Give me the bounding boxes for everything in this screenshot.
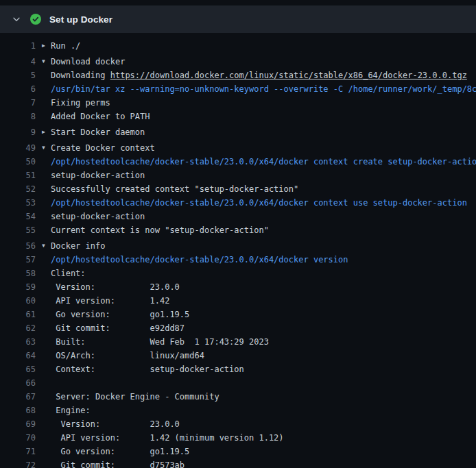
icon-spacer — [42, 280, 51, 294]
log-text: /opt/hostedtoolcache/docker-stable/23.0.… — [51, 155, 476, 169]
log-text: Engine: — [51, 404, 476, 417]
line-number[interactable]: 8 — [0, 110, 36, 123]
log-text-segment: Git commit: e92dd87 — [51, 323, 185, 333]
line-number[interactable]: 59 — [0, 280, 36, 294]
log-text-segment: Successfully created context "setup-dock… — [51, 184, 298, 194]
line-number[interactable]: 69 — [0, 417, 36, 431]
line-number[interactable]: 55 — [0, 223, 36, 237]
line-number[interactable]: 6 — [0, 82, 36, 96]
log-text: Downloading https://download.docker.com/… — [51, 69, 476, 82]
log-group-row[interactable]: 56▼Docker info — [0, 239, 476, 253]
log-text: /opt/hostedtoolcache/docker-stable/23.0.… — [51, 253, 476, 267]
log-line: 59 Version: 23.0.0 — [0, 280, 476, 294]
line-number[interactable]: 56 — [0, 239, 36, 253]
line-number[interactable]: 60 — [0, 294, 36, 308]
line-number[interactable]: 70 — [0, 431, 36, 445]
icon-spacer — [42, 417, 51, 431]
icon-spacer — [42, 376, 51, 390]
line-number[interactable]: 51 — [0, 169, 36, 182]
log-text-segment: setup-docker-action — [51, 171, 145, 180]
log-text: Current context is now "setup-docker-act… — [51, 223, 476, 237]
log-line: 64 OS/Arch: linux/amd64 — [0, 349, 476, 362]
log-line: 52Successfully created context "setup-do… — [0, 182, 476, 196]
log-text: Go version: go1.19.5 — [51, 308, 476, 321]
icon-spacer — [42, 267, 51, 280]
log-group-row[interactable]: 4▼Download docker — [0, 55, 476, 69]
line-number[interactable]: 4 — [0, 55, 36, 69]
log-text: setup-docker-action — [51, 169, 476, 182]
log-text-segment: Go version: go1.19.5 — [51, 447, 189, 456]
log-text: API version: 1.42 (minimum version 1.12) — [51, 431, 476, 445]
line-number[interactable]: 1 — [0, 39, 36, 53]
log-line: 63 Built: Wed Feb 1 17:43:29 2023 — [0, 335, 476, 349]
line-number[interactable]: 62 — [0, 321, 36, 335]
log-text: Git commit: e92dd87 — [51, 321, 476, 335]
icon-spacer — [42, 210, 51, 223]
line-number[interactable]: 68 — [0, 404, 36, 417]
log-text-segment: Added Docker to PATH — [51, 112, 150, 121]
log-text-segment: API version: 1.42 — [51, 296, 169, 306]
icon-spacer — [42, 404, 51, 417]
step-header[interactable]: Set up Docker — [0, 5, 476, 33]
line-number[interactable]: 49 — [0, 141, 36, 155]
line-number[interactable]: 50 — [0, 155, 36, 169]
log-text-segment: Version: 23.0.0 — [51, 419, 180, 429]
log-text: Create Docker context — [51, 141, 476, 155]
line-number[interactable]: 67 — [0, 390, 36, 404]
log-text-segment: Current context is now "setup-docker-act… — [51, 225, 269, 235]
line-number[interactable]: 7 — [0, 96, 36, 110]
chevron-down-icon: ▼ — [42, 141, 51, 155]
line-number[interactable]: 61 — [0, 308, 36, 321]
log-line: 54setup-docker-action — [0, 210, 476, 223]
log-link[interactable]: https://download.docker.com/linux/static… — [110, 71, 467, 80]
line-number[interactable]: 53 — [0, 196, 36, 210]
log-text — [51, 376, 476, 390]
log-text-segment: Downloading — [51, 71, 110, 80]
log-text-segment: Server: Docker Engine - Community — [51, 392, 219, 402]
log-line: 72 Git commit: d7573ab — [0, 458, 476, 468]
icon-spacer — [42, 362, 51, 376]
log-text: OS/Arch: linux/amd64 — [51, 349, 476, 362]
line-number[interactable]: 58 — [0, 267, 36, 280]
chevron-down-icon: ▼ — [42, 239, 51, 253]
log-line: 57/opt/hostedtoolcache/docker-stable/23.… — [0, 253, 476, 267]
icon-spacer — [42, 223, 51, 237]
log-text-segment: Engine: — [51, 406, 91, 415]
line-number[interactable]: 65 — [0, 362, 36, 376]
line-number[interactable]: 64 — [0, 349, 36, 362]
chevron-right-icon: ▶ — [42, 39, 51, 53]
line-number[interactable]: 52 — [0, 182, 36, 196]
line-number[interactable]: 5 — [0, 69, 36, 82]
line-number[interactable]: 63 — [0, 335, 36, 349]
log-text-segment: Run ./ — [51, 41, 80, 51]
log-text-segment: Create Docker context — [51, 143, 155, 153]
line-number[interactable]: 57 — [0, 253, 36, 267]
log-text: Server: Docker Engine - Community — [51, 390, 476, 404]
line-number[interactable]: 54 — [0, 210, 36, 223]
icon-spacer — [42, 196, 51, 210]
log-group-row[interactable]: 9▶Start Docker daemon — [0, 125, 476, 139]
line-number[interactable]: 66 — [0, 376, 36, 390]
log-line: 7Fixing perms — [0, 96, 476, 110]
log-group-row[interactable]: 1▶Run ./ — [0, 39, 476, 53]
line-number[interactable]: 71 — [0, 445, 36, 458]
icon-spacer — [42, 110, 51, 123]
line-number[interactable]: 72 — [0, 458, 36, 468]
log-group-row[interactable]: 49▼Create Docker context — [0, 141, 476, 155]
log-line: 66 — [0, 376, 476, 390]
icon-spacer — [42, 155, 51, 169]
log-text-segment: Context: setup-docker-action — [51, 365, 244, 374]
log-text: Built: Wed Feb 1 17:43:29 2023 — [51, 335, 476, 349]
log-text-segment: setup-docker-action — [51, 212, 145, 221]
log-line: 65 Context: setup-docker-action — [0, 362, 476, 376]
line-number[interactable]: 9 — [0, 125, 36, 139]
log-line: 61 Go version: go1.19.5 — [0, 308, 476, 321]
log-text-segment: Client: — [51, 269, 86, 278]
step-title: Set up Docker — [49, 14, 112, 25]
chevron-down-icon[interactable] — [11, 14, 22, 25]
icon-spacer — [42, 321, 51, 335]
chevron-down-icon: ▼ — [42, 55, 51, 69]
log-text: Start Docker daemon — [51, 125, 476, 139]
log-line: 67 Server: Docker Engine - Community — [0, 390, 476, 404]
log-text: Successfully created context "setup-dock… — [51, 182, 476, 196]
